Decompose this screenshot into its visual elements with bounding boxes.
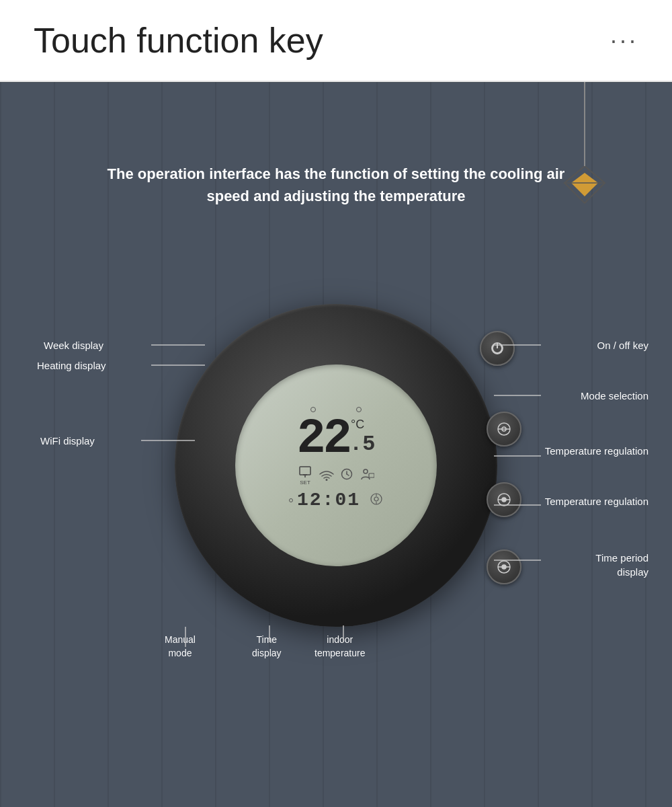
- svg-point-18: [326, 479, 328, 481]
- set-icon: SET: [298, 465, 312, 486]
- on-off-label: On / off key: [597, 340, 648, 351]
- lcd-middle-row: SET: [298, 465, 374, 486]
- temp-reg2-label: Temperature regulation: [545, 496, 648, 507]
- temp-decimal: .5: [349, 432, 375, 457]
- week-display-line: [151, 344, 205, 346]
- temp-unit: °C: [351, 418, 364, 432]
- power-button[interactable]: [480, 331, 515, 366]
- mode-selection-label: Mode selection: [581, 390, 648, 401]
- svg-rect-23: [369, 473, 374, 477]
- lcd-bottom-row: 12:01: [289, 490, 383, 510]
- wifi-display-label: WiFi display: [40, 435, 95, 447]
- time-period-line: [494, 560, 541, 561]
- temperature-display: 22 °C .5: [297, 415, 376, 463]
- time-display-label: Timedisplay: [252, 633, 282, 660]
- clock-icon: [341, 468, 353, 483]
- lamp-cord: [584, 82, 585, 163]
- indoor-temp-line: [343, 625, 344, 642]
- heating-indicator-dot: [356, 407, 362, 412]
- svg-point-26: [374, 497, 378, 501]
- thermostat: 22 °C .5 SET: [175, 304, 497, 627]
- heating-display-label: Heating display: [37, 360, 106, 371]
- temp-reg2-line: [494, 504, 541, 506]
- wifi-icon: [319, 470, 334, 481]
- temp-value: 22: [297, 415, 349, 463]
- heating-display-line: [151, 364, 205, 366]
- header: Touch function key ···: [0, 0, 672, 82]
- set-label: SET: [300, 479, 310, 486]
- person-camera-icon: [360, 467, 374, 484]
- mode-selection-line: [494, 395, 541, 396]
- page-title: Touch function key: [34, 20, 323, 61]
- temp-up-button[interactable]: [487, 482, 521, 517]
- more-options-icon[interactable]: ···: [610, 26, 638, 54]
- main-content: The operation interface has the function…: [0, 82, 672, 807]
- mode-button[interactable]: [487, 412, 521, 447]
- indoor-temp-indicator: [370, 492, 383, 508]
- svg-line-21: [347, 474, 349, 475]
- thermostat-outer-ring: 22 °C .5 SET: [175, 304, 497, 627]
- manual-mode-line: [185, 627, 186, 647]
- lcd-screen: 22 °C .5 SET: [235, 364, 437, 566]
- svg-point-22: [364, 469, 368, 473]
- manual-mode-label: Manualmode: [165, 633, 196, 660]
- manual-dot: [289, 498, 293, 502]
- time-period-label: Time perioddisplay: [595, 551, 648, 579]
- time-display-line: [269, 625, 270, 642]
- description-text: The operation interface has the function…: [101, 163, 571, 207]
- time-display: 12:01: [297, 490, 360, 510]
- on-off-line: [494, 344, 541, 346]
- svg-rect-15: [300, 467, 310, 475]
- temp-reg1-line: [494, 455, 541, 457]
- indoor-temp-label: indoortemperature: [314, 633, 365, 660]
- temp-down-button[interactable]: [487, 549, 521, 584]
- temp-reg1-label: Temperature regulation: [545, 445, 648, 457]
- wifi-display-line: [141, 440, 195, 441]
- week-display-label: Week display: [44, 340, 103, 351]
